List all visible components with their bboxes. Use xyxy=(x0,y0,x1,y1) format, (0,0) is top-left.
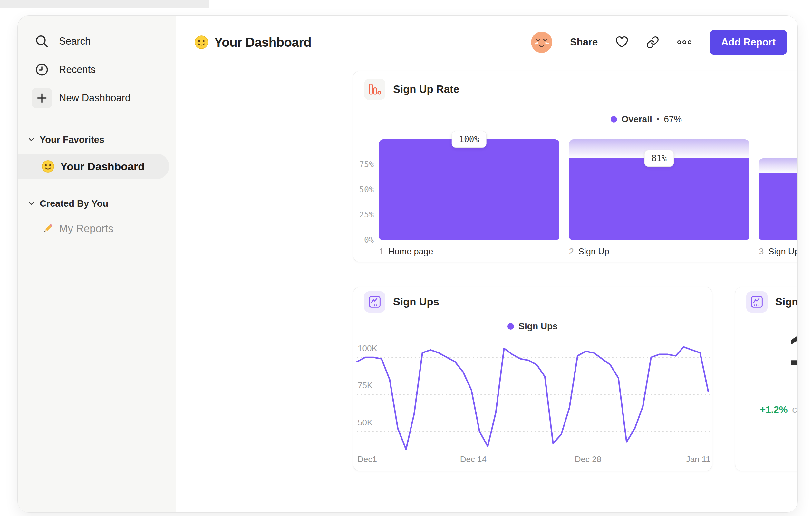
x-tick-label: Dec1 xyxy=(357,454,377,464)
legend-value: 67% xyxy=(664,114,682,125)
funnel-chart-icon xyxy=(364,79,385,100)
legend-label: Overall xyxy=(621,114,652,125)
sidebar-item-label: New Dashboard xyxy=(59,92,130,104)
funnel-bar: 100% xyxy=(379,139,559,240)
clock-icon xyxy=(31,59,53,80)
x-tick-label: Dec 14 xyxy=(460,454,487,464)
funnel-dropoff-gradient xyxy=(759,158,798,173)
funnel-step-label: 2Sign Up xyxy=(569,247,750,257)
metric-delta-row: +1.2% compared to previous period xyxy=(760,404,798,415)
legend-dot xyxy=(611,116,617,123)
smiley-emoji-icon xyxy=(194,35,208,49)
funnel-bar-fill xyxy=(569,158,750,240)
y-tick-label: 50K xyxy=(358,418,373,428)
funnel-y-axis: 75%50%25%0% xyxy=(353,139,374,240)
funnel-step-label: 3Sign Up Confirmation xyxy=(759,247,798,257)
smiley-emoji-icon xyxy=(41,160,54,173)
y-tick-label: 25% xyxy=(359,210,374,219)
funnel-value-badge: 100% xyxy=(452,131,487,148)
card-header: Sign Ups Today xyxy=(735,287,798,317)
funnel-bars: 100%81%82% xyxy=(379,139,798,240)
metric-value: 100K xyxy=(788,328,798,372)
app-window: Search Recents New Dashboard Your Favori… xyxy=(18,16,798,513)
share-button[interactable]: Share xyxy=(570,36,598,48)
card-title: Sign Up Rate xyxy=(393,83,459,96)
y-tick-label: 0% xyxy=(364,235,374,244)
line-chart: 100K75K50K xyxy=(353,336,712,450)
sidebar-item-new-dashboard[interactable]: New Dashboard xyxy=(18,84,176,112)
sign-ups-today-card: Sign Ups Today 100K Unique Users +1.2% c… xyxy=(735,287,798,471)
sidebar-item-label: Search xyxy=(59,35,91,47)
line-legend: Sign Ups xyxy=(353,317,712,336)
y-tick-label: 50% xyxy=(359,185,374,194)
chevron-down-icon xyxy=(28,200,34,207)
page-header: Your Dashboard Share Add Report xyxy=(194,29,787,56)
line-x-axis: Dec1Dec 14Dec 28Jan 11 xyxy=(353,450,712,468)
chevron-down-icon xyxy=(28,136,34,143)
copy-link-button[interactable] xyxy=(646,36,659,49)
x-tick-label: Dec 28 xyxy=(575,454,601,464)
sidebar-item-my-reports[interactable]: My Reports xyxy=(18,220,176,238)
card-header: Sign Ups xyxy=(353,287,712,317)
sidebar-nav: Search Recents New Dashboard xyxy=(18,16,176,112)
delta-value: +1.2% xyxy=(760,404,787,415)
more-options-button[interactable] xyxy=(677,39,692,46)
search-icon xyxy=(31,31,53,52)
sidebar-item-your-dashboard[interactable]: Your Dashboard xyxy=(18,154,169,179)
favorite-heart-button[interactable] xyxy=(615,35,629,49)
sidebar-item-search[interactable]: Search xyxy=(18,27,176,55)
sidebar-item-label: My Reports xyxy=(59,222,113,235)
ellipsis-icon xyxy=(677,39,692,46)
page-title-group: Your Dashboard xyxy=(194,35,311,50)
legend-label: Sign Ups xyxy=(518,321,557,331)
funnel-bar-fill xyxy=(379,139,559,240)
sidebar-item-recents[interactable]: Recents xyxy=(18,55,176,84)
metric-body: 100K Unique Users +1.2% compared to prev… xyxy=(735,317,798,415)
sidebar-item-label: Your Dashboard xyxy=(60,160,145,173)
plus-icon xyxy=(31,87,53,109)
funnel-x-labels: 1Home page2Sign Up3Sign Up Confirmation xyxy=(379,247,798,257)
header-actions: Share Add Report xyxy=(531,30,787,55)
link-icon xyxy=(646,36,659,49)
section-header-label: Your Favorites xyxy=(40,134,105,145)
sign-up-rate-card: Sign Up Rate Overall • 67% 75%50%25%0% 1… xyxy=(353,71,798,262)
background-strip xyxy=(0,0,209,8)
favorites-section-header[interactable]: Your Favorites xyxy=(18,133,176,146)
funnel-value-badge: 81% xyxy=(644,150,674,167)
y-tick-label: 75% xyxy=(359,160,374,169)
line-chart-icon xyxy=(746,291,767,313)
funnel-bar: 81% xyxy=(569,139,750,240)
sidebar: Search Recents New Dashboard Your Favori… xyxy=(18,16,176,512)
add-report-button[interactable]: Add Report xyxy=(709,30,787,55)
sidebar-item-label: Recents xyxy=(59,64,96,76)
funnel-bar: 82% xyxy=(759,139,798,240)
created-section-header[interactable]: Created By You xyxy=(18,197,176,210)
card-header: Sign Up Rate xyxy=(353,71,798,108)
avatar[interactable] xyxy=(531,31,553,53)
pencil-emoji-icon xyxy=(41,222,54,235)
y-tick-label: 75K xyxy=(358,381,373,390)
heart-icon xyxy=(615,35,629,49)
line-chart-icon xyxy=(364,291,385,313)
funnel-bar-fill xyxy=(759,173,798,240)
legend-dot xyxy=(508,323,514,330)
page-title: Your Dashboard xyxy=(214,35,311,50)
y-tick-label: 100K xyxy=(358,344,377,353)
section-header-label: Created By You xyxy=(40,198,108,209)
funnel-legend: Overall • 67% xyxy=(353,114,798,125)
main-content: Your Dashboard Share Add Report xyxy=(176,16,798,512)
card-title: Sign Ups Today xyxy=(775,296,798,308)
funnel-step-label: 1Home page xyxy=(379,247,559,257)
delta-note: compared to previous period xyxy=(792,404,798,415)
x-tick-label: Jan 11 xyxy=(686,454,710,464)
legend-separator: • xyxy=(657,115,659,124)
sign-ups-card: Sign Ups Sign Ups 100K75K50K Dec1Dec 14D… xyxy=(353,287,713,471)
card-title: Sign Ups xyxy=(393,296,439,308)
